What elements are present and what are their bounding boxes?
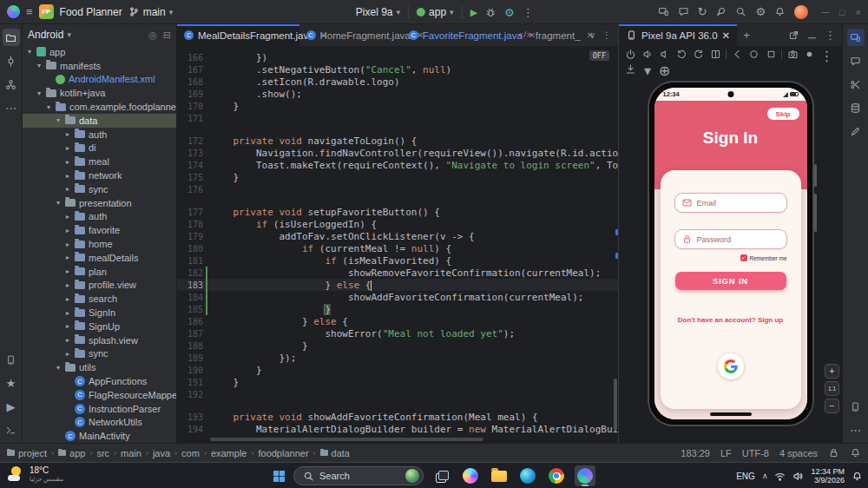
chevron-down-icon[interactable]: ▾ — [56, 364, 65, 372]
taskbar-app-file-explorer[interactable] — [489, 465, 510, 486]
overview-icon[interactable] — [765, 48, 778, 61]
project-tool-icon[interactable] — [3, 29, 20, 46]
more-tools-icon[interactable]: ⋯ — [3, 99, 20, 116]
device-explorer-icon[interactable] — [847, 99, 865, 116]
weather-widget[interactable]: 18°C مشمس جزئيا — [7, 465, 63, 483]
window-minimize-icon[interactable]: ─ — [822, 7, 829, 17]
tree-item-auth[interactable]: ▸auth — [23, 210, 176, 224]
logcat-tool-icon[interactable] — [3, 351, 20, 368]
zoom-reset-button[interactable]: 1:1 — [825, 381, 839, 396]
caret-position[interactable]: 183:29 — [681, 448, 710, 458]
google-signin-button[interactable] — [718, 353, 744, 379]
tree-item-sync[interactable]: ▸sync — [23, 347, 176, 361]
breadcrumb-item-foodplanner[interactable]: foodplanner — [258, 448, 308, 458]
tree-item-com.example.foodplanner[interactable]: ▾com.example.foodplanner — [23, 100, 176, 114]
chevron-right-icon[interactable]: ▸ — [66, 254, 75, 261]
avatar[interactable] — [794, 5, 808, 19]
tree-item-auth[interactable]: ▸auth — [23, 128, 176, 142]
tree-item-mealDetails[interactable]: ▸mealDetails — [23, 251, 176, 265]
breadcrumb-item-app[interactable]: app — [58, 448, 85, 458]
chevron-down-icon[interactable]: ▾ — [56, 116, 65, 124]
tree-item-manifests[interactable]: ▾manifests — [23, 59, 176, 73]
running-devices-icon[interactable] — [847, 29, 865, 46]
chevron-right-icon[interactable]: ▸ — [66, 241, 75, 248]
device-selector[interactable]: Pixel 9a ▾ — [356, 6, 400, 18]
notifications-icon[interactable] — [774, 6, 786, 17]
line-number[interactable]: 169 — [177, 89, 203, 99]
more-v-icon[interactable]: ⋮ — [820, 48, 833, 61]
tree-item-utils[interactable]: ▾utils — [23, 360, 176, 374]
code-with-me-icon[interactable] — [678, 6, 689, 17]
volume-up-icon[interactable] — [641, 48, 654, 61]
more-run-actions-icon[interactable]: ⋮ — [523, 7, 534, 18]
line-number[interactable]: 178 — [177, 220, 203, 229]
phone-screen[interactable]: 12:34 Skip Sign In — [654, 88, 807, 419]
app-quality-insights-icon[interactable] — [847, 76, 865, 93]
install-icon[interactable] — [624, 63, 637, 76]
tree-item-InstructionParser[interactable]: CInstructionParser — [23, 402, 176, 416]
run-tool-icon[interactable]: ▶ — [3, 398, 20, 415]
breadcrumb-item-java[interactable]: java — [153, 448, 170, 458]
chevron-down-icon[interactable]: ▾ — [37, 89, 46, 97]
line-number[interactable]: 177 — [177, 208, 203, 217]
tree-item-meal[interactable]: ▸meal — [23, 155, 176, 168]
sign-in-button[interactable]: SIGN IN — [675, 272, 786, 290]
chevron-right-icon[interactable]: ▸ — [66, 322, 75, 330]
editor-tab[interactable]: </>fragment_✕ — [511, 24, 582, 46]
line-number[interactable]: 183 — [177, 280, 203, 290]
device-tab[interactable]: Pixel 9a API 36.0 ✕ — [619, 24, 737, 46]
tree-item-search[interactable]: ▸search — [23, 292, 176, 306]
profiler-button[interactable]: ⚙ — [504, 7, 515, 18]
line-number[interactable]: 179 — [177, 232, 203, 241]
gemini-icon[interactable] — [847, 52, 865, 69]
line-number[interactable]: 186 — [177, 317, 203, 326]
tree-item-NetworkUtils[interactable]: CNetworkUtils — [23, 416, 176, 430]
tree-item-FlagResourceMapper[interactable]: CFlagResourceMapper — [23, 388, 176, 402]
line-number[interactable]: 189 — [177, 353, 203, 363]
chevron-right-icon[interactable]: ▸ — [66, 309, 75, 317]
locate-file-icon[interactable]: ◎ — [148, 30, 157, 41]
line-number[interactable]: 193 — [177, 412, 203, 422]
line-number[interactable]: 170 — [177, 102, 203, 111]
chevron-down-icon[interactable]: ▾ — [47, 103, 56, 111]
tree-item-AndroidManifest.xml[interactable]: AndroidManifest.xml — [23, 73, 176, 87]
line-number[interactable]: 188 — [177, 341, 203, 351]
breadcrumb-item-src[interactable]: src — [96, 448, 109, 458]
open-in-window-icon[interactable] — [788, 30, 799, 41]
tree-item-favorite[interactable]: ▸favorite — [23, 223, 176, 237]
bookmarks-tool-icon[interactable]: ★ — [3, 374, 20, 392]
taskbar-app-chrome[interactable] — [546, 465, 567, 486]
notification-bell-icon[interactable] — [852, 471, 863, 482]
home-icon[interactable] — [747, 48, 760, 61]
taskbar-app-copilot[interactable] — [460, 465, 481, 486]
line-number[interactable]: 194 — [177, 425, 203, 434]
branch-selector[interactable]: main ▾ — [128, 6, 174, 18]
device-mirroring-icon[interactable] — [658, 6, 669, 17]
project-name[interactable]: Food Planner — [60, 6, 122, 18]
chevron-right-icon[interactable]: ▸ — [66, 336, 75, 344]
chevron-right-icon[interactable]: ▸ — [66, 158, 75, 166]
zoom-out-button[interactable]: − — [825, 399, 839, 413]
taskbar-app-edge[interactable] — [517, 465, 538, 486]
tree-item-di[interactable]: ▸di — [23, 142, 176, 155]
more-options-icon[interactable]: ⋮ — [825, 30, 836, 41]
clock[interactable]: 12:34 PM 3/9/2026 — [811, 467, 845, 485]
crosshair-icon[interactable]: ⊕ — [658, 63, 671, 76]
editor-tab[interactable]: CFavoriteFragment.java✕ — [402, 24, 512, 46]
chevron-right-icon[interactable]: ▸ — [66, 185, 75, 193]
skip-button[interactable]: Skip — [767, 108, 799, 120]
close-icon[interactable]: ✕ — [722, 30, 731, 42]
chevron-right-icon[interactable]: ▸ — [66, 130, 75, 138]
volume-down-icon[interactable] — [658, 48, 671, 61]
line-number[interactable]: 168 — [177, 77, 203, 87]
tree-item-app[interactable]: ▾app — [23, 45, 176, 59]
code-editor[interactable]: OFF 166 })167 .setNegativeButton("Cancel… — [177, 47, 618, 443]
record-icon[interactable] — [803, 48, 816, 61]
chevron-right-icon[interactable]: ▸ — [66, 144, 75, 152]
add-device-tab-button[interactable]: + — [737, 24, 756, 46]
chevron-right-icon[interactable]: ▸ — [66, 227, 75, 234]
line-number[interactable]: 185 — [177, 305, 203, 314]
remember-me-checkbox[interactable]: ✓ — [740, 254, 747, 261]
taskbar-app-task-view[interactable] — [431, 465, 452, 486]
taskbar-app-android-studio[interactable] — [575, 465, 595, 486]
